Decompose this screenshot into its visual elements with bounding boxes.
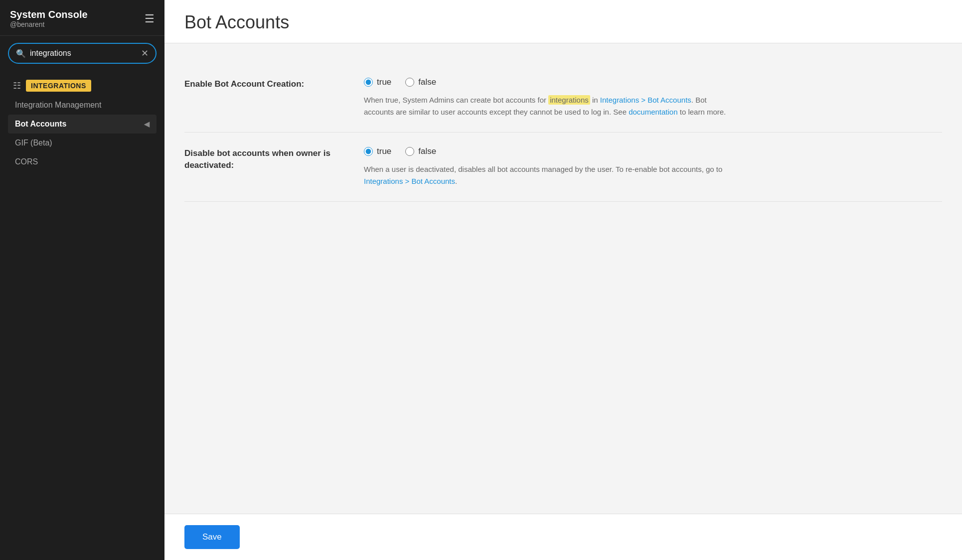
setting-row-enable-bot-creation: Enable Bot Account Creation: true false … [184,63,942,133]
link-documentation[interactable]: documentation [629,108,677,116]
sidebar-item-label: GIF (Beta) [15,139,52,147]
hamburger-menu-icon[interactable]: ☰ [145,12,155,25]
sidebar-integrations-section: ☷ INTEGRATIONS Integration Management Bo… [0,71,164,176]
link-integrations-bot-accounts-2[interactable]: Integrations > Bot Accounts [364,177,455,185]
setting-desc-enable-bot-creation: When true, System Admins can create bot … [364,94,738,118]
sidebar-item-label: Bot Accounts [15,120,66,129]
link-integrations-bot-accounts-1[interactable]: Integrations > Bot Accounts [600,96,691,104]
search-icon: 🔍 [16,49,26,58]
sidebar-search-area: 🔍 ✕ [0,36,164,71]
sidebar-header-info: System Console @benarent [10,9,88,28]
main-content: Bot Accounts Enable Bot Account Creation… [164,0,962,560]
footer-bar: Save [164,514,962,560]
sidebar-section-header: ☷ INTEGRATIONS [8,76,157,96]
page-title: Bot Accounts [184,12,942,33]
radio-label-true: true [377,77,391,87]
search-input[interactable] [30,49,137,58]
radio-label-true-disable: true [377,146,391,156]
setting-label-disable-bot: Disable bot accounts when owner is deact… [184,146,334,171]
sidebar-item-bot-accounts[interactable]: Bot Accounts ◀ [8,115,157,134]
clear-search-icon[interactable]: ✕ [141,48,149,59]
radio-true-disable-bot[interactable]: true [364,146,391,156]
radio-label-false: false [418,77,436,87]
setting-desc-disable-bot: When a user is deactivated, disables all… [364,163,738,187]
setting-row-disable-bot-on-owner-deactivated: Disable bot accounts when owner is deact… [184,133,942,202]
sidebar-item-gif-beta[interactable]: GIF (Beta) [8,134,157,152]
radio-input-false-disable[interactable] [405,147,414,156]
setting-controls-disable-bot: true false When a user is deactivated, d… [364,146,942,187]
active-arrow-icon: ◀ [144,120,150,128]
save-button[interactable]: Save [184,525,240,549]
sidebar-title: System Console [10,9,88,20]
sidebar-item-cors[interactable]: CORS [8,152,157,171]
sidebar-item-integration-management[interactable]: Integration Management [8,96,157,115]
sidebar-item-label: CORS [15,157,38,166]
page-header: Bot Accounts [164,0,962,43]
sidebar-username: @benarent [10,20,88,28]
setting-controls-enable-bot-creation: true false When true, System Admins can … [364,77,942,118]
sidebar-item-label: Integration Management [15,101,101,110]
integrations-badge[interactable]: INTEGRATIONS [26,80,91,92]
radio-group-enable-bot-creation: true false [364,77,942,87]
radio-false-enable-bot-creation[interactable]: false [405,77,436,87]
radio-true-enable-bot-creation[interactable]: true [364,77,391,87]
radio-group-disable-bot: true false [364,146,942,156]
search-wrapper[interactable]: 🔍 ✕ [8,43,157,64]
radio-input-true-disable[interactable] [364,147,373,156]
org-icon: ☷ [13,80,21,91]
radio-input-true[interactable] [364,78,373,87]
sidebar-header: System Console @benarent ☰ [0,0,164,36]
settings-area: Enable Bot Account Creation: true false … [164,43,962,504]
sidebar: System Console @benarent ☰ 🔍 ✕ ☷ INTEGRA… [0,0,164,560]
highlight-integrations: integrations [548,95,590,105]
setting-label-enable-bot-creation: Enable Bot Account Creation: [184,77,334,90]
radio-input-false[interactable] [405,78,414,87]
radio-label-false-disable: false [418,146,436,156]
radio-false-disable-bot[interactable]: false [405,146,436,156]
